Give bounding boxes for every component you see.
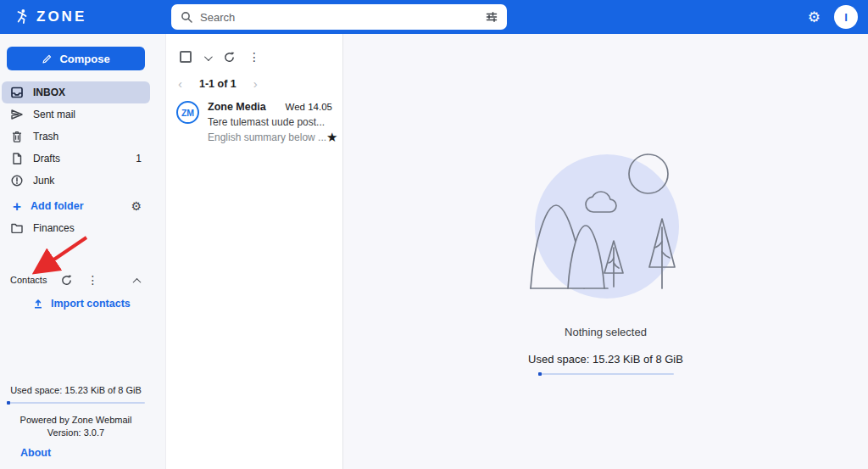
version-text: Version: 3.0.7 (0, 427, 152, 438)
add-folder-row: + Add folder ⚙ (0, 195, 152, 217)
folder-label: Junk (33, 175, 54, 187)
user-avatar[interactable]: I (834, 5, 858, 29)
collapse-contacts-button[interactable] (134, 272, 140, 288)
used-space-progressbar-main (538, 373, 674, 375)
mail-list-panel: ⋮ ‹ 1-1 of 1 › ZM Zone Media Wed 14.05 T… (166, 34, 343, 469)
sidebar-footer: Used space: 15.23 KiB of 8 GiB Powered b… (0, 385, 165, 469)
zone-logo[interactable]: ZONE (0, 8, 86, 25)
junk-alert-icon (10, 174, 24, 187)
pagination-text: 1-1 of 1 (199, 78, 236, 90)
email-subject: Tere tulemast uude post... (208, 116, 332, 128)
folder-label: Trash (33, 131, 58, 142)
email-list-item[interactable]: ZM Zone Media Wed 14.05 Tere tulemast uu… (166, 90, 342, 143)
plus-icon[interactable]: + (10, 199, 24, 214)
email-preview: English summary below ... (208, 131, 326, 143)
inbox-icon (10, 86, 24, 99)
avatar-letter: I (844, 11, 848, 24)
sidebar-item-drafts[interactable]: Drafts 1 (0, 148, 152, 170)
about-link[interactable]: About (20, 447, 51, 459)
folder-label: Finances (33, 222, 75, 234)
sidebar-item-junk[interactable]: Junk (0, 170, 152, 192)
reading-pane: Nothing selected Used space: 15.23 KiB o… (343, 34, 868, 469)
select-dropdown-button[interactable] (204, 49, 210, 64)
mail-menu-kebab-icon[interactable]: ⋮ (248, 51, 260, 63)
mail-list-toolbar: ⋮ (166, 49, 342, 64)
used-space-text-main: Used space: 15.23 KiB of 8 GiB (528, 353, 683, 366)
next-page-button[interactable]: › (253, 77, 258, 90)
sender-initials: ZM (181, 108, 194, 118)
sidebar-item-sent[interactable]: Sent mail (0, 103, 152, 126)
contacts-label: Contacts (10, 275, 47, 285)
empty-state-illustration (508, 129, 704, 307)
send-icon (10, 108, 24, 121)
add-folder-button[interactable]: Add folder (31, 200, 84, 212)
email-sender: Zone Media (208, 101, 266, 113)
chevron-down-icon (204, 53, 213, 61)
search-icon (180, 10, 193, 24)
drafts-count-badge: 1 (136, 153, 142, 165)
select-all-checkbox[interactable] (180, 51, 192, 63)
used-space-progressbar (7, 402, 145, 404)
email-summary: Zone Media Wed 14.05 Tere tulemast uude … (208, 101, 332, 143)
folder-label: Sent mail (33, 109, 75, 120)
brand-wordmark: ZONE (36, 8, 86, 25)
previous-page-button[interactable]: ‹ (178, 77, 182, 90)
used-space-text: Used space: 15.23 KiB of 8 GiB (0, 385, 152, 395)
search-input[interactable] (200, 11, 478, 24)
sidebar: Compose INBOX Sent mail Trash (0, 34, 166, 469)
powered-by-text: Powered by Zone Webmail (0, 415, 152, 425)
progress-fill (7, 401, 10, 405)
refresh-mail-icon[interactable] (223, 51, 236, 64)
runner-logo-icon (14, 8, 31, 25)
empty-state-title: Nothing selected (565, 326, 647, 338)
folder-label: INBOX (33, 87, 65, 98)
draft-file-icon (10, 152, 24, 165)
folder-icon (10, 221, 24, 235)
pagination: ‹ 1-1 of 1 › (166, 77, 342, 90)
contacts-section-header: Contacts ⋮ (0, 269, 165, 291)
compose-label: Compose (59, 53, 109, 65)
star-icon[interactable]: ★ (326, 131, 337, 143)
compose-button[interactable]: Compose (7, 47, 145, 70)
import-contacts-label: Import contacts (51, 298, 131, 310)
chevron-up-icon (133, 278, 142, 287)
tune-filter-icon[interactable] (485, 10, 498, 24)
topbar: ZONE ⚙ I (0, 0, 868, 34)
trash-icon (10, 130, 24, 143)
upload-icon (32, 298, 44, 310)
refresh-icon[interactable] (60, 274, 73, 287)
sidebar-item-inbox[interactable]: INBOX (2, 81, 150, 103)
import-contacts-button[interactable]: Import contacts (32, 298, 165, 310)
folder-settings-gear-icon[interactable]: ⚙ (131, 200, 142, 212)
search-bar[interactable] (171, 4, 507, 30)
sidebar-item-finances[interactable]: Finances (0, 217, 152, 239)
contacts-menu-kebab-icon[interactable]: ⋮ (86, 274, 98, 286)
progress-fill (538, 372, 542, 376)
folder-label: Drafts (33, 153, 60, 165)
settings-gear-icon[interactable]: ⚙ (808, 10, 821, 25)
email-date: Wed 14.05 (286, 102, 332, 112)
pencil-icon (42, 53, 53, 64)
sender-avatar: ZM (176, 101, 199, 124)
sidebar-item-trash[interactable]: Trash (0, 126, 152, 148)
